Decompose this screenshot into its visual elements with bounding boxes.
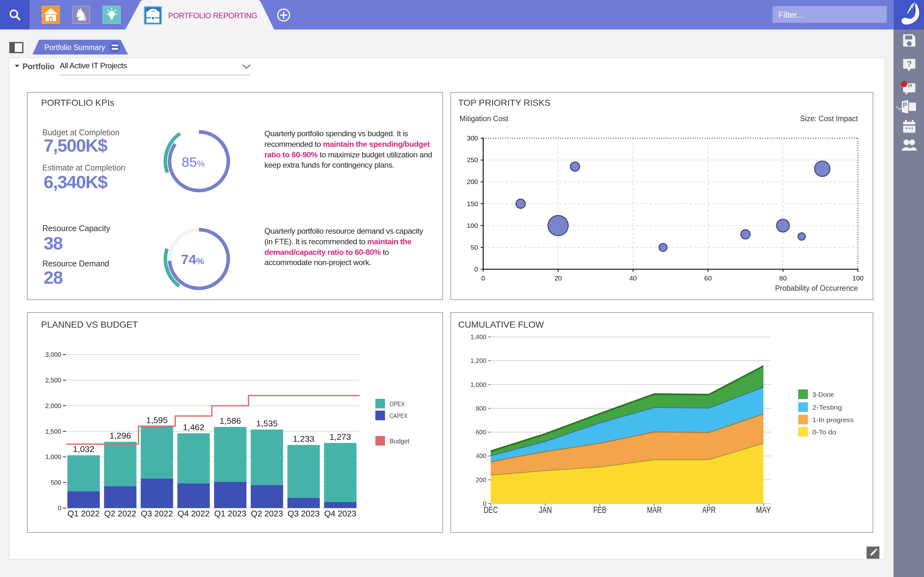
svg-text:OPEX: OPEX	[389, 400, 405, 408]
svg-text:APR: APR	[702, 505, 716, 515]
svg-text:200: 200	[476, 476, 486, 484]
svg-text:3-Done: 3-Done	[813, 391, 834, 398]
svg-text:CAPEX: CAPEX	[389, 412, 407, 419]
svg-text:600: 600	[476, 429, 486, 436]
svg-text:Q3 2022: Q3 2022	[141, 509, 173, 518]
svg-text:Budget: Budget	[389, 437, 409, 445]
svg-text:60: 60	[704, 274, 712, 282]
svg-text:1,233: 1,233	[293, 434, 314, 444]
svg-text:1,595: 1,595	[146, 416, 168, 425]
svg-text:1,000: 1,000	[45, 453, 61, 460]
svg-text:3,000: 3,000	[45, 351, 61, 358]
svg-text:Q2 2022: Q2 2022	[104, 509, 136, 518]
svg-text:MAR: MAR	[647, 505, 662, 515]
svg-text:0: 0	[58, 504, 61, 512]
svg-text:1,273: 1,273	[330, 432, 351, 442]
svg-text:400: 400	[476, 452, 486, 459]
svg-text:0: 0	[481, 274, 485, 282]
svg-text:800: 800	[476, 405, 486, 412]
svg-text:1,535: 1,535	[256, 419, 278, 428]
svg-text:Q4 2023: Q4 2023	[325, 509, 357, 518]
svg-text:Q1 2022: Q1 2022	[68, 509, 100, 518]
svg-text:80: 80	[779, 274, 787, 282]
svg-text:1,296: 1,296	[110, 431, 131, 440]
svg-text:200: 200	[467, 178, 478, 185]
svg-text:Q3 2023: Q3 2023	[288, 509, 320, 518]
svg-text:74%: 74%	[181, 251, 204, 267]
svg-text:100: 100	[852, 274, 863, 282]
svg-text:50: 50	[471, 243, 478, 251]
svg-text:100: 100	[467, 222, 478, 229]
svg-text:0-To do: 0-To do	[813, 428, 836, 436]
svg-text:2,500: 2,500	[45, 377, 61, 384]
svg-text:1,032: 1,032	[73, 444, 94, 454]
svg-text:DEC: DEC	[484, 505, 498, 515]
svg-text:MAY: MAY	[756, 505, 771, 515]
svg-text:1,500: 1,500	[45, 428, 61, 435]
svg-text:1,462: 1,462	[183, 422, 204, 432]
svg-text:1,400: 1,400	[470, 334, 486, 340]
svg-text:0: 0	[474, 266, 478, 273]
svg-text:85%: 85%	[182, 154, 205, 169]
svg-text:300: 300	[467, 134, 478, 142]
svg-text:250: 250	[467, 156, 478, 163]
svg-text:JAN: JAN	[539, 505, 552, 515]
svg-text:500: 500	[51, 479, 61, 486]
svg-text:1,586: 1,586	[220, 416, 241, 426]
svg-text:2,000: 2,000	[45, 402, 61, 409]
svg-text:FEB: FEB	[593, 505, 606, 515]
svg-text:Q4 2022: Q4 2022	[178, 509, 210, 518]
svg-text:Q1 2023: Q1 2023	[214, 509, 246, 518]
svg-text:2-Testing: 2-Testing	[813, 404, 842, 411]
svg-text:150: 150	[467, 200, 478, 207]
svg-text:1,200: 1,200	[470, 357, 486, 364]
svg-text:1-In progress: 1-In progress	[813, 416, 854, 424]
svg-text:Q2 2023: Q2 2023	[251, 509, 283, 518]
svg-text:1,000: 1,000	[470, 381, 486, 388]
svg-text:40: 40	[630, 274, 637, 282]
svg-text:20: 20	[554, 274, 562, 282]
